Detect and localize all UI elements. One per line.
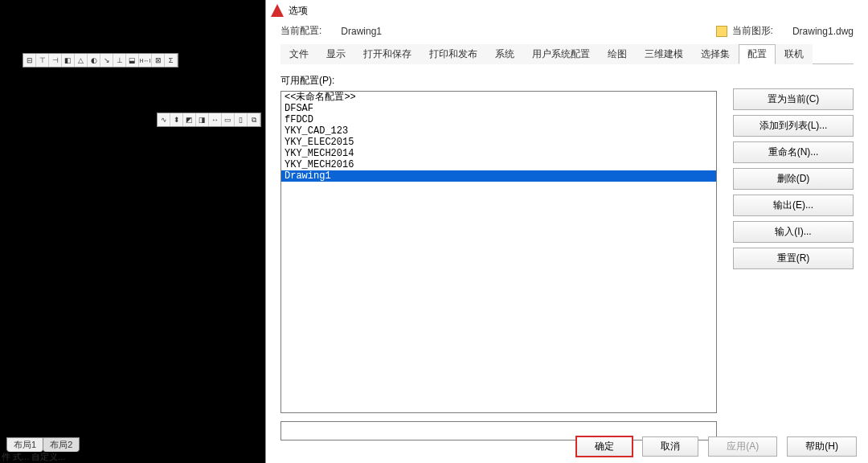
profile-item[interactable]: DFSAF	[281, 103, 716, 114]
toolbar-edit[interactable]: ∿ ⬍ ◩ ◨ ↔ ▭ ▯ ⧉	[157, 113, 261, 127]
tool-icon[interactable]: ◩	[183, 113, 196, 126]
tab-联机[interactable]: 联机	[776, 44, 813, 64]
tool-icon[interactable]: ⊥	[113, 54, 126, 67]
profile-listbox[interactable]: <<未命名配置>>DFSAFfFDCDYKY_CAD_123YKY_ELEC20…	[280, 91, 717, 413]
ok-button[interactable]: 确定	[576, 436, 633, 457]
tool-icon[interactable]: ▯	[235, 113, 248, 126]
status-bar: 件 式... 自定义...	[2, 451, 65, 463]
tool-icon[interactable]: Σ	[165, 54, 178, 67]
current-profile-label: 当前配置:	[280, 24, 321, 38]
config-tab-content: 可用配置(P): <<未命名配置>>DFSAFfFDCDYKY_CAD_123Y…	[266, 64, 868, 440]
tab-显示[interactable]: 显示	[317, 44, 354, 64]
dialog-tabs: 文件显示打开和保存打印和发布系统用户系统配置绘图三维建模选择集配置联机	[266, 44, 868, 64]
tab-文件[interactable]: 文件	[280, 44, 317, 64]
tool-icon[interactable]: ◧	[62, 54, 75, 67]
toolbar-dim[interactable]: ⊟ ⊤ ⊣ ◧ △ ◐ ↘ ⊥ ⬓ H↔I ⊠ Σ	[23, 53, 178, 68]
cancel-button[interactable]: 取消	[642, 436, 698, 457]
dialog-header: 当前配置: Drawing1 当前图形: Drawing1.dwg	[266, 21, 868, 44]
options-dialog: 选项 当前配置: Drawing1 当前图形: Drawing1.dwg 文件显…	[265, 0, 868, 463]
layout-tab-1[interactable]: 布局1	[6, 437, 43, 452]
reset-button[interactable]: 重置(R)	[733, 248, 854, 269]
drawing-icon	[716, 26, 727, 37]
rename-button[interactable]: 重命名(N)...	[733, 141, 854, 163]
help-button[interactable]: 帮助(H)	[787, 436, 857, 457]
import-button[interactable]: 输入(I)...	[733, 221, 854, 243]
dialog-title: 选项	[289, 4, 308, 18]
tool-icon[interactable]: ⬓	[126, 54, 139, 67]
available-profiles-label: 可用配置(P):	[280, 74, 717, 88]
tab-三维建模[interactable]: 三维建模	[636, 44, 692, 64]
cad-workspace: ⊟ ⊤ ⊣ ◧ △ ◐ ↘ ⊥ ⬓ H↔I ⊠ Σ ∿ ⬍ ◩ ◨ ↔ ▭ ▯ …	[0, 0, 265, 463]
tool-icon[interactable]: ⊤	[36, 54, 49, 67]
profile-item[interactable]: <<未命名配置>>	[281, 92, 716, 103]
tool-icon[interactable]: ⊠	[152, 54, 165, 67]
tab-绘图[interactable]: 绘图	[599, 44, 636, 64]
layout-tab-2[interactable]: 布局2	[43, 437, 80, 452]
tab-系统[interactable]: 系统	[486, 44, 523, 64]
tool-icon[interactable]: ◐	[88, 54, 100, 67]
tool-icon[interactable]: △	[75, 54, 88, 67]
profile-item[interactable]: YKY_CAD_123	[281, 125, 716, 137]
profile-item[interactable]: fFDCD	[281, 114, 716, 125]
export-button[interactable]: 输出(E)...	[733, 195, 854, 216]
tab-打开和保存[interactable]: 打开和保存	[354, 44, 420, 64]
autocad-icon	[271, 4, 284, 17]
dialog-footer: 确定 取消 应用(A) 帮助(H)	[576, 436, 857, 457]
profile-item[interactable]: YKY_MECH2014	[281, 148, 716, 159]
tool-icon[interactable]: ▭	[222, 113, 235, 126]
tool-icon[interactable]: ⊟	[23, 54, 36, 67]
tab-用户系统配置[interactable]: 用户系统配置	[523, 44, 599, 64]
tool-icon[interactable]: ◨	[196, 113, 209, 126]
tool-icon[interactable]: ⧉	[248, 113, 260, 126]
delete-button[interactable]: 删除(D)	[733, 168, 854, 190]
set-current-button[interactable]: 置为当前(C)	[733, 88, 854, 110]
tab-配置[interactable]: 配置	[739, 44, 776, 64]
apply-button[interactable]: 应用(A)	[708, 436, 777, 457]
tool-icon[interactable]: ↘	[100, 54, 113, 67]
config-left: 可用配置(P): <<未命名配置>>DFSAFfFDCDYKY_CAD_123Y…	[280, 74, 717, 440]
tab-选择集[interactable]: 选择集	[692, 44, 739, 64]
profile-item[interactable]: Drawing1	[281, 170, 716, 182]
dialog-titlebar: 选项	[266, 0, 868, 21]
tool-icon[interactable]: ⊣	[49, 54, 62, 67]
current-profile-value: Drawing1	[341, 26, 382, 37]
current-drawing-label: 当前图形:	[732, 24, 773, 38]
profile-item[interactable]: YKY_ELEC2015	[281, 137, 716, 148]
config-buttons: 置为当前(C) 添加到列表(L)... 重命名(N)... 删除(D) 输出(E…	[733, 74, 854, 440]
current-drawing-value: Drawing1.dwg	[792, 26, 854, 37]
layout-tabs: 布局1 布局2	[6, 437, 79, 452]
profile-item[interactable]: YKY_MECH2016	[281, 159, 716, 170]
tab-打印和发布[interactable]: 打印和发布	[420, 44, 486, 64]
add-to-list-button[interactable]: 添加到列表(L)...	[733, 115, 854, 137]
tool-icon[interactable]: ⬍	[170, 113, 183, 126]
tool-icon[interactable]: ↔	[209, 113, 222, 126]
tool-icon[interactable]: H↔I	[139, 54, 152, 67]
tool-icon[interactable]: ∿	[158, 113, 170, 126]
